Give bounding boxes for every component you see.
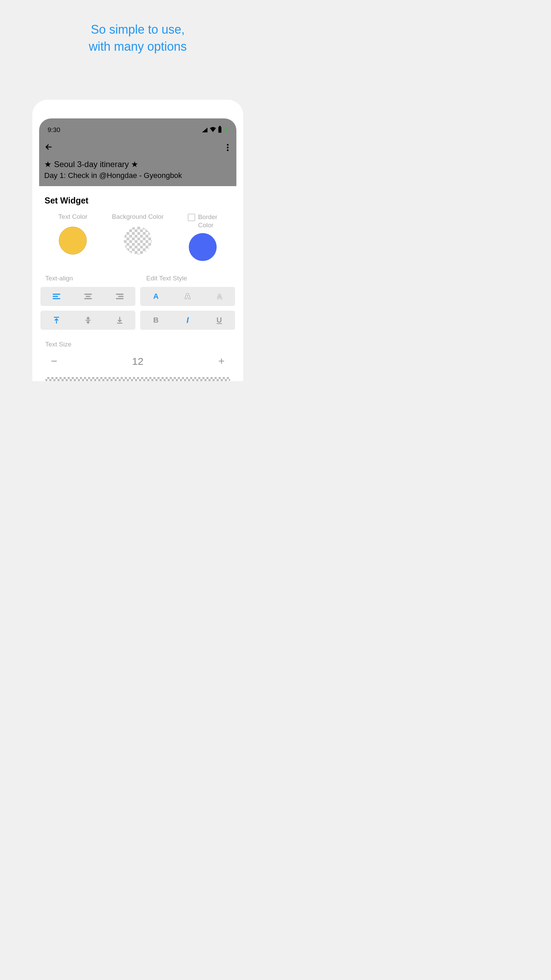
headline-line-1: So simple to use,: [89, 21, 187, 38]
text-size-value: 12: [132, 356, 143, 367]
horizontal-align-group: [40, 287, 135, 306]
border-color-swatch[interactable]: [189, 233, 217, 261]
text-style-normal-button[interactable]: A: [140, 287, 172, 306]
marketing-headline: So simple to use, with many options: [89, 21, 187, 56]
cellular-signal-icon: [202, 127, 208, 132]
dimmed-background-area: 9:30 ★ Seoul 3-day itinerary ★ Day 1: Ch…: [39, 118, 237, 186]
note-title: ★ Seoul 3-day itinerary ★: [44, 159, 231, 169]
align-middle-button[interactable]: [72, 311, 104, 330]
section-labels-row: Text-align Edit Text Style: [40, 275, 235, 282]
text-style-label: Edit Text Style: [139, 275, 235, 282]
status-icons: [202, 127, 228, 134]
color-options-row: Text Color Background Color Border Color: [40, 213, 235, 261]
text-size-stepper: − 12 +: [40, 355, 235, 368]
settings-sheet: Set Widget Text Color Background Color B…: [32, 186, 243, 381]
more-options-button[interactable]: [227, 144, 231, 151]
text-color-swatch[interactable]: [59, 227, 87, 255]
vertical-align-group: [40, 311, 135, 330]
border-color-option[interactable]: Border Color: [170, 213, 235, 261]
background-color-swatch[interactable]: [124, 227, 152, 255]
background-color-option[interactable]: Background Color: [105, 213, 170, 261]
transparency-slider-track[interactable]: [45, 377, 230, 381]
text-color-label: Text Color: [59, 213, 88, 221]
italic-button[interactable]: I: [172, 311, 203, 330]
background-color-label: Background Color: [112, 213, 164, 221]
align-center-button[interactable]: [72, 287, 104, 306]
battery-icon: [218, 127, 221, 133]
privacy-indicator-dot: [225, 128, 228, 131]
decrease-size-button[interactable]: −: [47, 355, 61, 368]
vertical-align-style-row: B I U: [40, 311, 235, 330]
text-style-shadow-button[interactable]: A: [203, 287, 235, 306]
underline-button[interactable]: U: [203, 311, 235, 330]
align-right-button[interactable]: [104, 287, 135, 306]
increase-size-button[interactable]: +: [214, 355, 228, 368]
back-button[interactable]: [44, 143, 53, 153]
align-left-button[interactable]: [40, 287, 72, 306]
bold-button[interactable]: B: [140, 311, 172, 330]
text-size-section: Text Size − 12 +: [40, 340, 235, 368]
app-bar: [39, 137, 237, 157]
border-enable-checkbox[interactable]: [188, 214, 195, 221]
text-color-option[interactable]: Text Color: [40, 213, 105, 261]
note-preview: ★ Seoul 3-day itinerary ★ Day 1: Check i…: [39, 157, 237, 186]
text-style-row-2: B I U: [140, 311, 235, 330]
text-style-outline-button[interactable]: A: [172, 287, 203, 306]
sheet-title: Set Widget: [44, 196, 235, 205]
text-align-label: Text-align: [40, 275, 134, 282]
headline-line-2: with many options: [89, 38, 187, 55]
wifi-icon: [210, 127, 216, 134]
text-size-label: Text Size: [40, 340, 235, 348]
text-style-row-1: A A A: [140, 287, 235, 306]
border-color-label: Border Color: [198, 213, 218, 230]
align-top-button[interactable]: [40, 311, 72, 330]
status-time: 9:30: [48, 126, 60, 134]
align-bottom-button[interactable]: [104, 311, 135, 330]
status-bar: 9:30: [39, 124, 237, 137]
note-body: Day 1: Check in @Hongdae - Gyeongbok: [44, 171, 231, 180]
phone-mockup: 9:30 ★ Seoul 3-day itinerary ★ Day 1: Ch…: [32, 100, 243, 381]
horizontal-align-style-row: A A A: [40, 287, 235, 306]
